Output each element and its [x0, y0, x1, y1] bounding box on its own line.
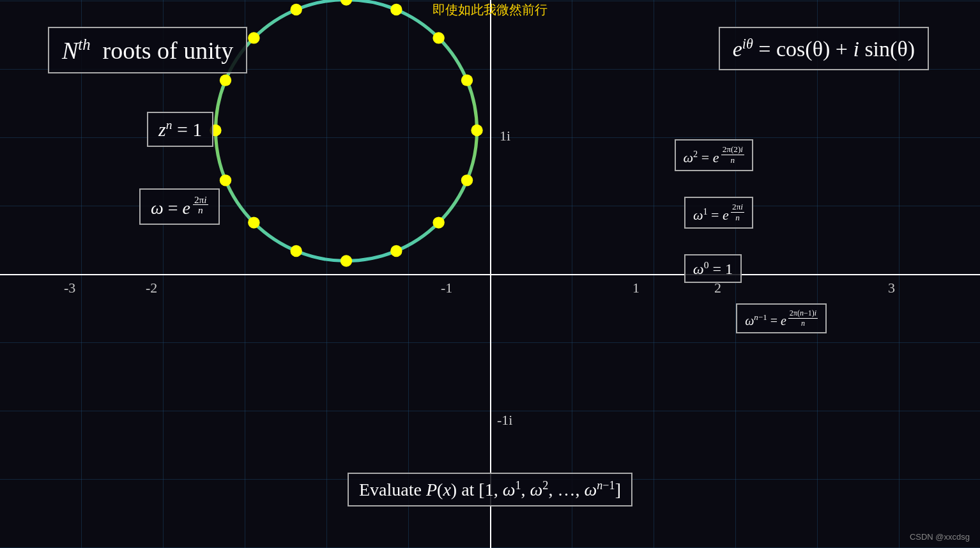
omegan1-formula-box: ωn−1 = e 2π(n−1)i n — [736, 303, 827, 333]
zn-formula-box: zn = 1 — [147, 112, 213, 147]
title-formula-box: Nth roots of unity — [48, 27, 247, 73]
svg-point-2 — [461, 74, 473, 86]
omega0-formula-box: ω0 = 1 — [684, 254, 742, 283]
svg-point-5 — [341, 0, 352, 6]
label-neg3: -3 — [64, 280, 75, 296]
label-neg1: -1 — [441, 280, 452, 296]
svg-point-6 — [290, 4, 302, 15]
label-1i: 1i — [500, 128, 510, 144]
svg-point-3 — [433, 32, 444, 43]
svg-point-12 — [290, 245, 302, 257]
svg-point-14 — [390, 245, 402, 257]
svg-point-7 — [248, 32, 259, 43]
svg-point-11 — [248, 217, 259, 228]
omega-def-formula-box: ω = e 2πi n — [139, 188, 220, 225]
evaluate-formula-box: Evaluate P(x) at [1, ω1, ω2, …, ωn−1] — [348, 473, 632, 506]
watermark: CSDN @xxcdsg — [910, 532, 970, 542]
svg-point-16 — [461, 174, 473, 186]
svg-point-8 — [220, 74, 231, 86]
svg-point-1 — [471, 125, 482, 136]
svg-point-13 — [341, 255, 352, 266]
omega2-formula-box: ω2 = e 2π(2)i n — [675, 139, 754, 171]
label-pos1: 1 — [632, 280, 639, 296]
omega1-formula-box: ω1 = e 2πi n — [684, 197, 753, 229]
euler-formula-box: eiθ = cos(θ) + i sin(θ) — [719, 27, 929, 70]
label-pos3: 3 — [888, 280, 895, 296]
vertical-axis — [490, 0, 491, 548]
svg-point-4 — [390, 4, 402, 15]
label-neg1i: -1i — [497, 412, 512, 429]
svg-point-10 — [220, 174, 231, 186]
label-neg2: -2 — [146, 280, 157, 296]
svg-point-15 — [433, 217, 444, 228]
